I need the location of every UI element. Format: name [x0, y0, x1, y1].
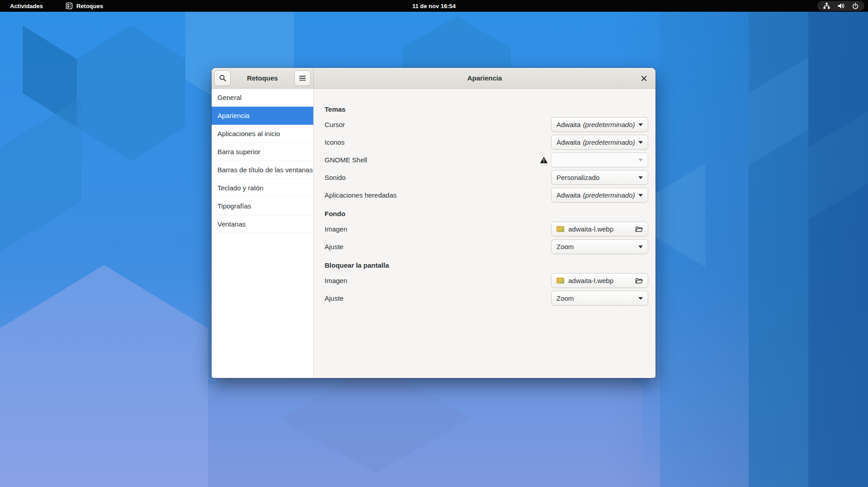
sidebar-item-aplicaciones-al-inicio[interactable]: Aplicaciones al inicio: [212, 125, 313, 143]
sound-theme-combo[interactable]: Personalizado: [551, 170, 648, 185]
sidebar-item-ventanas[interactable]: Ventanas: [212, 215, 313, 233]
setting-row-bloqueo-imagen: Imagen adwaita-l.webp: [325, 272, 648, 289]
background-image-file-button[interactable]: adwaita-l.webp: [551, 222, 648, 236]
volume-icon: [837, 2, 845, 9]
sidebar-item-general[interactable]: General: [212, 89, 313, 107]
setting-row-aplicaciones-heredadas: Aplicaciones heredadas Adwaita (predeter…: [325, 186, 648, 204]
setting-row-bloqueo-ajuste: Ajuste Zoom: [325, 289, 648, 307]
setting-label: Ajuste: [325, 294, 551, 302]
combo-value: Adwaita: [557, 138, 580, 146]
search-icon: [219, 74, 226, 82]
setting-label: Iconos: [325, 138, 551, 146]
file-name: adwaita-l.webp: [568, 277, 613, 284]
combo-value: Personalizado: [557, 174, 599, 181]
chevron-down-icon: [638, 141, 643, 144]
focused-app-label: Retoques: [76, 3, 103, 9]
setting-row-fondo-ajuste: Ajuste Zoom: [325, 238, 648, 255]
background-adjustment-combo[interactable]: Zoom: [551, 239, 648, 254]
folder-open-icon: [635, 226, 643, 232]
activities-button[interactable]: Actividades: [6, 1, 47, 11]
power-icon: [852, 2, 859, 9]
sidebar-item-teclado-y-raton[interactable]: Teclado y ratón: [212, 179, 313, 197]
setting-row-iconos: Iconos Adwaita (predeterminado): [325, 133, 648, 151]
section-title-temas: Temas: [325, 102, 648, 116]
appearance-panel: Temas Cursor Adwaita (predeterminado) Ic…: [314, 89, 656, 378]
setting-row-gnome-shell: GNOME Shell: [325, 151, 648, 169]
primary-menu-button[interactable]: [294, 71, 311, 86]
setting-label: GNOME Shell: [325, 156, 540, 164]
sidebar-item-barra-superior[interactable]: Barra superior: [212, 143, 313, 161]
network-wired-icon: [823, 2, 830, 9]
sidebar-window-title: Retoques: [247, 74, 278, 82]
setting-label: Imagen: [325, 277, 551, 284]
close-button[interactable]: [637, 71, 651, 85]
image-thumbnail-icon: [557, 278, 564, 284]
clock[interactable]: 11 de nov 16:54: [0, 3, 868, 9]
chevron-down-icon: [638, 159, 643, 161]
section-title-fondo: Fondo: [325, 207, 648, 220]
chevron-down-icon: [638, 176, 643, 179]
setting-label: Aplicaciones heredadas: [325, 191, 551, 199]
combo-value: Zoom: [557, 294, 574, 302]
headerbar-sidebar-section: Retoques: [212, 68, 314, 88]
search-button[interactable]: [214, 71, 231, 86]
chevron-down-icon: [638, 194, 643, 197]
headerbar[interactable]: Retoques Apariencia: [212, 68, 656, 89]
icon-theme-combo[interactable]: Adwaita (predeterminado): [551, 135, 648, 150]
shell-theme-combo-disabled: [551, 152, 648, 167]
focused-app-indicator[interactable]: Retoques: [62, 1, 107, 10]
combo-value: Adwaita: [557, 191, 580, 199]
tweaks-window: Retoques Apariencia: [212, 68, 656, 378]
warning-icon: [540, 156, 548, 164]
sidebar-item-tipografias[interactable]: Tipografías: [212, 197, 313, 215]
headerbar-content-section: Apariencia: [314, 68, 656, 88]
sidebar-item-apariencia[interactable]: Apariencia: [212, 107, 313, 125]
file-name: adwaita-l.webp: [568, 225, 613, 233]
combo-default-suffix: (predeterminado): [583, 121, 635, 128]
setting-label: Imagen: [325, 225, 551, 233]
setting-row-cursor: Cursor Adwaita (predeterminado): [325, 116, 648, 133]
gnome-top-bar: Actividades Retoques 11 de nov 16:54: [0, 0, 868, 12]
setting-label: Ajuste: [325, 243, 551, 251]
tweaks-app-icon: [66, 2, 73, 9]
sidebar: General Apariencia Aplicaciones al inici…: [212, 89, 314, 378]
combo-value: Zoom: [557, 243, 574, 251]
combo-default-suffix: (predeterminado): [583, 191, 635, 199]
chevron-down-icon: [638, 246, 643, 248]
legacy-apps-theme-combo[interactable]: Adwaita (predeterminado): [551, 188, 648, 203]
system-status-area[interactable]: [817, 1, 864, 11]
setting-row-fondo-imagen: Imagen adwaita-l.webp: [325, 220, 648, 238]
setting-row-sonido: Sonido Personalizado: [325, 169, 648, 186]
page-title: Apariencia: [467, 74, 502, 82]
lockscreen-adjustment-combo[interactable]: Zoom: [551, 291, 648, 306]
desktop: Actividades Retoques 11 de nov 16:54: [0, 0, 868, 487]
cursor-theme-combo[interactable]: Adwaita (predeterminado): [551, 117, 648, 132]
setting-label: Cursor: [325, 121, 551, 128]
combo-value: Adwaita: [557, 121, 580, 128]
menu-icon: [299, 75, 306, 81]
combo-default-suffix: (predeterminado): [583, 138, 635, 146]
section-title-bloquear-la-pantalla: Bloquear la pantalla: [325, 258, 648, 272]
folder-open-icon: [635, 277, 643, 284]
sidebar-item-barras-de-titulo[interactable]: Barras de título de las ventanas: [212, 161, 313, 179]
image-thumbnail-icon: [557, 226, 564, 232]
close-icon: [641, 75, 647, 82]
chevron-down-icon: [638, 123, 643, 126]
setting-label: Sonido: [325, 174, 551, 181]
lockscreen-image-file-button[interactable]: adwaita-l.webp: [551, 273, 648, 288]
chevron-down-icon: [638, 297, 643, 300]
